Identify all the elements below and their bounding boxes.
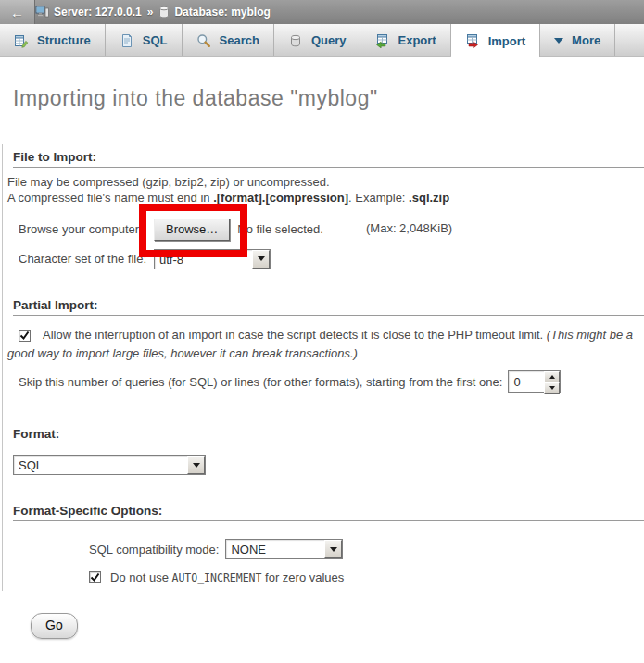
structure-icon (14, 33, 29, 48)
section-heading-partial-import: Partial Import: (13, 298, 644, 316)
hint2-example: .sql.zip (409, 191, 449, 205)
format-select[interactable]: SQL (13, 455, 206, 475)
hint2-format-pattern: .[format].[compression] (213, 191, 348, 205)
allow-interruption-label[interactable]: Allow the interruption of an import in c… (43, 328, 547, 342)
tab-structure[interactable]: Structure (0, 24, 106, 56)
compression-hint-line1: File may be compressed (gzip, bzip2, zip… (7, 174, 644, 190)
page-title: Importing into the database "myblog" (13, 86, 644, 111)
section-heading-format: Format: (13, 427, 644, 444)
tab-label: Search (220, 33, 259, 47)
tab-label: SQL (143, 33, 168, 47)
sql-compatibility-label: SQL compatibility mode: (89, 543, 219, 557)
skip-queries-row: Skip this number of queries (for SQL) or… (19, 370, 644, 393)
auto-increment-row: Do not use AUTO_INCREMENT for zero value… (89, 570, 644, 584)
charset-select[interactable]: utf-8 (154, 249, 271, 269)
browse-your-computer-label: Browse your computer: (19, 222, 154, 236)
no-file-selected-text: No file selected. (237, 222, 323, 236)
tab-label: Import (488, 34, 525, 48)
auto-increment-checkbox[interactable] (89, 571, 101, 583)
tab-export[interactable]: Export (360, 24, 450, 56)
format-row: SQL (13, 455, 644, 475)
spinner-up-icon (549, 372, 555, 379)
breadcrumb-server[interactable]: Server: 127.0.0.1 (54, 6, 142, 19)
import-content: Importing into the database "myblog" Fil… (0, 86, 644, 639)
tab-label: Structure (37, 33, 91, 47)
export-icon (374, 33, 389, 48)
auto-increment-label[interactable]: Do not use AUTO_INCREMENT for zero value… (110, 570, 344, 584)
sql-icon (120, 33, 134, 48)
tab-label: Query (311, 33, 347, 47)
charset-label: Character set of the file: (19, 252, 154, 266)
breadcrumb-separator: » (147, 6, 154, 19)
go-button[interactable]: Go (31, 613, 78, 639)
section-heading-file-to-import: File to Import: (13, 150, 644, 168)
spinner-up-button[interactable] (544, 371, 560, 382)
spinner-down-button[interactable] (544, 382, 560, 394)
section-heading-format-specific-options: Format-Specific Options: (13, 504, 644, 521)
dropdown-arrow-icon[interactable] (324, 540, 342, 558)
auto-increment-code: AUTO_INCREMENT (172, 571, 262, 584)
back-button[interactable]: ← (0, 0, 35, 24)
format-selected-value: SQL (14, 456, 187, 474)
content-left-border (2, 144, 3, 591)
chevron-down-icon (554, 38, 563, 48)
sql-compatibility-value: NONE (226, 540, 324, 558)
tab-query[interactable]: Query (274, 24, 361, 56)
tab-import[interactable]: Import (451, 24, 540, 57)
sql-compatibility-select[interactable]: NONE (225, 539, 343, 559)
tab-bar: Structure SQL Search Query Export (0, 24, 644, 57)
back-arrow-icon: ← (10, 5, 24, 20)
breadcrumb-bar: ← Server: 127.0.0.1 » Database: myblog (0, 0, 644, 24)
tab-label: Export (398, 33, 436, 47)
tab-search[interactable]: Search (183, 24, 274, 56)
hint2-mid: . Example: (348, 191, 409, 205)
charset-row: Character set of the file: utf-8 (19, 248, 644, 269)
skip-queries-input[interactable]: 0 (508, 370, 561, 393)
allow-interruption-checkbox[interactable] (19, 330, 31, 342)
breadcrumb-database[interactable]: Database: myblog (174, 6, 270, 19)
server-icon (35, 6, 49, 19)
auto-increment-prefix: Do not use (110, 570, 172, 584)
allow-interruption-row: Allow the interruption of an import in c… (7, 326, 635, 363)
skip-queries-label: Skip this number of queries (for SQL) or… (19, 375, 502, 389)
dropdown-arrow-icon[interactable] (252, 250, 270, 269)
browse-row: Browse your computer: Browse… No file se… (19, 218, 644, 241)
spinner-down-icon (549, 386, 555, 393)
hint2-prefix: A compressed file's name must end in (7, 191, 213, 205)
database-icon (158, 6, 170, 19)
sql-compatibility-row: SQL compatibility mode: NONE (89, 538, 644, 560)
import-icon (465, 33, 480, 48)
charset-selected-value: utf-8 (155, 250, 252, 269)
auto-increment-suffix: for zero values (261, 570, 344, 584)
query-icon (288, 33, 303, 48)
skip-queries-value: 0 (509, 371, 544, 392)
browse-button[interactable]: Browse… (154, 219, 230, 241)
compression-hint-line2: A compressed file's name must end in .[f… (7, 190, 644, 206)
go-row: Go (31, 613, 644, 639)
tab-label: More (572, 33, 600, 47)
max-upload-size-text: (Max: 2,048KiB) (366, 221, 452, 235)
dropdown-arrow-icon[interactable] (187, 456, 205, 474)
tab-sql[interactable]: SQL (106, 24, 183, 56)
search-icon (196, 33, 211, 48)
phpmyadmin-import-page: ← Server: 127.0.0.1 » Database: myblog S… (0, 0, 644, 663)
tab-more[interactable]: More (540, 24, 615, 56)
